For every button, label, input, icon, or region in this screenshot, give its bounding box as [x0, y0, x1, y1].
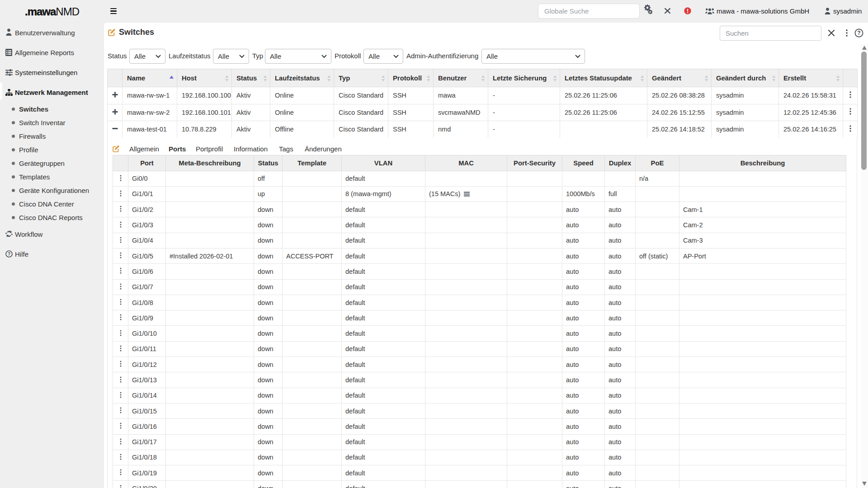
svg-text:?: ? — [857, 30, 860, 36]
svg-text:?: ? — [8, 252, 10, 257]
